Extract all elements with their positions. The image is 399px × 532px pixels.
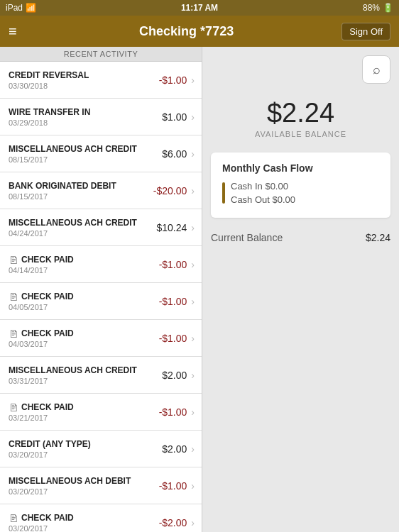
transaction-date: 03/31/2017 <box>9 377 162 385</box>
chevron-icon: › <box>191 222 195 233</box>
transaction-name: MISCELLANEOUS ACH DEBIT <box>9 476 131 486</box>
transaction-left: BANK ORIGINATED DEBIT 08/15/2017 <box>9 181 153 201</box>
transaction-item[interactable]: BANK ORIGINATED DEBIT 08/15/2017 -$20.00… <box>0 172 202 209</box>
transaction-name: CREDIT (ANY TYPE) <box>9 439 91 449</box>
transaction-amount: -$1.00 <box>159 296 187 307</box>
transaction-left: MISCELLANEOUS ACH DEBIT 03/20/2017 <box>9 476 159 496</box>
transaction-row-top: 🖹 CHECK PAID <box>9 255 159 266</box>
transaction-date: 04/14/2017 <box>9 266 159 275</box>
transaction-name: CHECK PAID <box>21 402 74 412</box>
chevron-icon: › <box>191 111 195 123</box>
transaction-row-top: MISCELLANEOUS ACH CREDIT <box>9 365 162 377</box>
transaction-right: $6.00 › <box>162 148 195 160</box>
transaction-left: Wire Transfer In 03/29/2018 <box>9 107 162 127</box>
transaction-right: $1.00 › <box>162 111 195 123</box>
menu-button[interactable]: ≡ <box>9 23 31 40</box>
chevron-icon: › <box>191 480 195 492</box>
transaction-right: -$2.00 › <box>159 517 195 528</box>
page-title: Checking *7723 <box>31 24 341 39</box>
sign-off-button[interactable]: Sign Off <box>341 23 390 40</box>
check-icon: 🖹 <box>9 328 18 340</box>
app-header: ≡ Checking *7723 Sign Off <box>0 16 399 47</box>
transaction-right: -$1.00 › <box>159 296 195 307</box>
transaction-amount: -$1.00 <box>159 74 187 86</box>
transaction-amount: -$1.00 <box>159 259 187 270</box>
transaction-right: -$20.00 › <box>153 185 195 196</box>
cashflow-items: Cash In $0.00 Cash Out $0.00 <box>231 181 295 205</box>
transaction-left: 🖹 CHECK PAID 04/05/2017 <box>9 292 159 311</box>
search-button[interactable]: ⌕ <box>362 55 390 84</box>
transaction-item[interactable]: MISCELLANEOUS ACH CREDIT 04/24/2017 $10.… <box>0 209 202 246</box>
status-bar: iPad 📶 11:17 AM 88% 🔋 <box>0 0 399 16</box>
transaction-right: $2.00 › <box>162 370 195 381</box>
available-balance-amount: $2.24 <box>211 98 390 128</box>
transaction-item[interactable]: MISCELLANEOUS ACH CREDIT 03/31/2017 $2.0… <box>0 357 202 394</box>
search-icon: ⌕ <box>373 62 381 77</box>
chevron-icon: › <box>191 406 195 418</box>
transaction-item[interactable]: MISCELLANEOUS ACH DEBIT 03/20/2017 -$1.0… <box>0 467 202 504</box>
transaction-row-top: MISCELLANEOUS ACH DEBIT <box>9 476 159 487</box>
transaction-name: MISCELLANEOUS ACH CREDIT <box>9 218 137 228</box>
transaction-item[interactable]: CREDIT (ANY TYPE) 03/20/2017 $2.00 › <box>0 431 202 467</box>
status-left: iPad 📶 <box>6 3 36 13</box>
transaction-date: 03/21/2017 <box>9 414 159 422</box>
transaction-left: MISCELLANEOUS ACH CREDIT 03/31/2017 <box>9 365 162 385</box>
chevron-icon: › <box>191 517 195 528</box>
transaction-row-top: BANK ORIGINATED DEBIT <box>9 181 153 192</box>
transaction-date: 08/15/2017 <box>9 155 162 164</box>
transaction-item[interactable]: 🖹 CHECK PAID 04/03/2017 -$1.00 › <box>0 320 202 357</box>
status-right: 88% 🔋 <box>363 3 393 13</box>
cashflow-title: Monthly Cash Flow <box>222 162 379 174</box>
transaction-row-top: 🖹 CHECK PAID <box>9 328 159 340</box>
current-balance-value: $2.24 <box>366 232 390 243</box>
chevron-icon: › <box>191 296 195 307</box>
transaction-item[interactable]: MISCELLANEOUS ACH CREDIT 08/15/2017 $6.0… <box>0 135 202 172</box>
transaction-right: -$1.00 › <box>159 74 195 86</box>
transaction-date: 03/20/2017 <box>9 450 162 459</box>
chevron-icon: › <box>191 259 195 270</box>
cashflow-row: Cash In $0.00 Cash Out $0.00 <box>222 181 379 205</box>
transaction-item[interactable]: Wire Transfer In 03/29/2018 $1.00 › <box>0 99 202 135</box>
transaction-name: BANK ORIGINATED DEBIT <box>9 181 116 191</box>
transaction-amount: $2.00 <box>162 370 187 381</box>
transaction-name: MISCELLANEOUS ACH CREDIT <box>9 365 137 375</box>
transaction-row-top: MISCELLANEOUS ACH CREDIT <box>9 218 157 229</box>
transaction-left: 🖹 CHECK PAID 03/20/2017 <box>9 513 159 533</box>
transaction-date: 08/15/2017 <box>9 192 153 201</box>
transaction-row-top: CREDIT (ANY TYPE) <box>9 439 162 450</box>
wifi-icon: 📶 <box>26 3 36 13</box>
transaction-item[interactable]: CREDIT REVERSAL 03/30/2018 -$1.00 › <box>0 62 202 99</box>
transaction-row-top: 🖹 CHECK PAID <box>9 513 159 524</box>
transaction-amount: $1.00 <box>162 111 187 123</box>
transaction-amount: -$20.00 <box>153 185 187 196</box>
transaction-date: 04/03/2017 <box>9 340 159 348</box>
transaction-date: 03/20/2017 <box>9 487 159 496</box>
balance-section: $2.24 AVAILABLE BALANCE <box>211 92 390 144</box>
transaction-item[interactable]: 🖹 CHECK PAID 03/21/2017 -$1.00 › <box>0 394 202 431</box>
status-time: 11:17 AM <box>181 3 218 13</box>
transaction-left: CREDIT REVERSAL 03/30/2018 <box>9 70 159 90</box>
chevron-icon: › <box>191 148 195 160</box>
transaction-date: 04/24/2017 <box>9 229 157 238</box>
transaction-item[interactable]: 🖹 CHECK PAID 04/14/2017 -$1.00 › <box>0 246 202 283</box>
cashflow-card: Monthly Cash Flow Cash In $0.00 Cash Out… <box>211 153 390 218</box>
chevron-icon: › <box>191 185 195 196</box>
transaction-name: CREDIT REVERSAL <box>9 70 89 80</box>
transaction-amount: $6.00 <box>162 148 187 160</box>
transaction-item[interactable]: 🖹 CHECK PAID 03/20/2017 -$2.00 › <box>0 504 202 532</box>
transaction-name: CHECK PAID <box>21 292 74 301</box>
right-panel: ⌕ $2.24 AVAILABLE BALANCE Monthly Cash F… <box>202 47 399 532</box>
transaction-date: 03/20/2017 <box>9 524 159 533</box>
current-balance-label: Current Balance <box>211 232 283 243</box>
battery-icon: 🔋 <box>383 3 393 13</box>
transaction-name: CHECK PAID <box>21 255 74 265</box>
transaction-left: 🖹 CHECK PAID 04/03/2017 <box>9 328 159 348</box>
transaction-amount: $10.24 <box>157 222 187 233</box>
transaction-item[interactable]: 🖹 CHECK PAID 04/05/2017 -$1.00 › <box>0 283 202 320</box>
transaction-amount: -$1.00 <box>159 333 187 344</box>
transaction-name: CHECK PAID <box>21 513 74 523</box>
transaction-row-top: Wire Transfer In <box>9 107 162 118</box>
transaction-amount: -$1.00 <box>159 406 187 418</box>
transaction-name: MISCELLANEOUS ACH CREDIT <box>9 144 137 154</box>
transaction-left: CREDIT (ANY TYPE) 03/20/2017 <box>9 439 162 459</box>
